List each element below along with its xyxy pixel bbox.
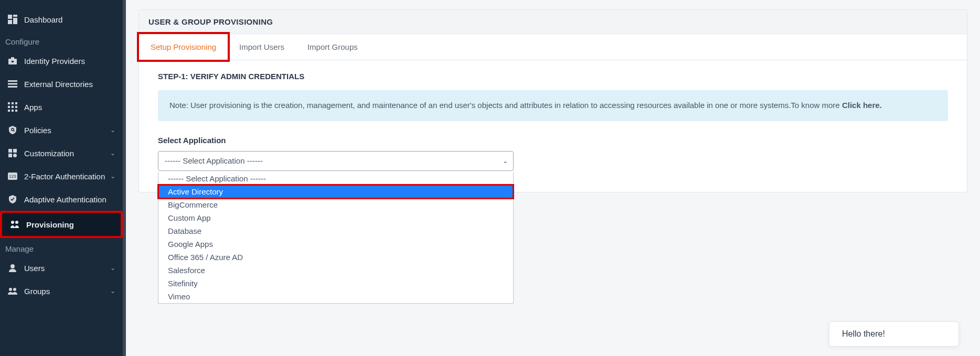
svg-rect-6 [12, 61, 14, 62]
option-custom-app[interactable]: Custom App [158, 211, 513, 224]
puzzle-icon [7, 148, 18, 158]
sidebar-section-configure: Configure [0, 31, 123, 49]
svg-rect-0 [8, 15, 12, 19]
sidebar-item-provisioning[interactable]: Provisioning [0, 211, 123, 238]
option-active-directory[interactable]: Active Directory [158, 185, 513, 198]
svg-rect-18 [15, 110, 17, 112]
info-link[interactable]: Click here. [842, 101, 882, 110]
svg-point-24 [13, 154, 17, 157]
sidebar-section-manage: Manage [0, 238, 123, 256]
sidebar-item-adaptive-auth[interactable]: Adaptive Authentication [0, 188, 123, 211]
svg-rect-7 [8, 80, 17, 82]
grid-icon [7, 102, 18, 112]
svg-rect-11 [12, 102, 14, 104]
svg-rect-17 [12, 110, 14, 112]
option-office365[interactable]: Office 365 / Azure AD [158, 251, 513, 264]
sidebar-label: Identity Providers [24, 57, 115, 66]
sidebar-label: Provisioning [26, 220, 113, 229]
sidebar-label: Customization [24, 149, 110, 158]
sidebar-label: 2-Factor Authentication [24, 172, 110, 181]
chevron-down-icon: ⌄ [110, 149, 115, 157]
sidebar-item-external-directories[interactable]: External Directories [0, 72, 123, 95]
sidebar-item-customization[interactable]: Customization ⌄ [0, 142, 123, 165]
svg-rect-14 [12, 106, 14, 108]
svg-text:123: 123 [9, 174, 16, 179]
tab-import-groups[interactable]: Import Groups [296, 34, 369, 60]
dashboard-icon [7, 14, 18, 25]
svg-rect-2 [13, 18, 17, 24]
tab-import-users[interactable]: Import Users [228, 34, 296, 60]
list-icon [7, 79, 18, 89]
tabs: Setup Provisioning Import Users Import G… [139, 34, 967, 60]
svg-point-27 [11, 221, 14, 224]
option-sitefinity[interactable]: Sitefinity [158, 277, 513, 290]
option-salesforce[interactable]: Salesforce [158, 264, 513, 277]
tab-setup-provisioning[interactable]: Setup Provisioning [139, 34, 228, 60]
sidebar-item-users[interactable]: Users ⌄ [0, 256, 123, 279]
svg-point-28 [15, 221, 18, 224]
svg-point-29 [10, 264, 15, 268]
option-bigcommerce[interactable]: BigCommerce [158, 198, 513, 211]
info-note-text: Note: User provisioning is the creation,… [169, 101, 842, 110]
numbers-icon: 123 [7, 171, 18, 181]
sidebar-item-groups[interactable]: Groups ⌄ [0, 279, 123, 303]
tab-content: STEP-1: VERIFY ADMIN CREDENTIALS Note: U… [139, 60, 967, 192]
select-application-wrap: ------ Select Application ------ ⌄ -----… [158, 151, 514, 171]
sidebar-label: Groups [24, 287, 110, 296]
sidebar-label: Policies [24, 126, 110, 135]
select-dropdown: ------ Select Application ------ Active … [158, 172, 514, 304]
option-placeholder[interactable]: ------ Select Application ------ [158, 172, 513, 185]
svg-rect-1 [13, 15, 17, 17]
svg-rect-10 [8, 102, 10, 104]
svg-rect-9 [8, 86, 17, 88]
sidebar-item-2fa[interactable]: 123 2-Factor Authentication ⌄ [0, 165, 123, 188]
svg-rect-21 [8, 149, 12, 153]
briefcase-icon [7, 56, 18, 66]
step-title: STEP-1: VERIFY ADMIN CREDENTIALS [158, 72, 948, 81]
main-content: USER & GROUP PROVISIONING Setup Provisio… [126, 0, 980, 356]
sidebar-item-apps[interactable]: Apps [0, 95, 123, 118]
chat-bubble[interactable]: Hello there! [829, 321, 959, 347]
option-vimeo[interactable]: Vimeo [158, 290, 513, 303]
svg-rect-13 [8, 106, 10, 108]
svg-rect-8 [8, 83, 17, 85]
option-google-apps[interactable]: Google Apps [158, 238, 513, 251]
field-label: Select Application [158, 136, 948, 145]
svg-rect-15 [15, 106, 17, 108]
svg-rect-3 [8, 20, 12, 24]
user-icon [7, 263, 18, 273]
chevron-down-icon: ⌄ [110, 172, 115, 180]
svg-rect-16 [8, 110, 10, 112]
sidebar-label-dashboard: Dashboard [24, 15, 115, 24]
svg-rect-12 [15, 102, 17, 104]
provisioning-panel: USER & GROUP PROVISIONING Setup Provisio… [139, 9, 967, 192]
option-database[interactable]: Database [158, 224, 513, 238]
sidebar-label: Adaptive Authentication [24, 195, 115, 204]
shield-check-icon [7, 194, 18, 204]
info-note: Note: User provisioning is the creation,… [158, 90, 948, 121]
sidebar: Dashboard Configure Identity Providers E… [0, 0, 126, 356]
panel-title: USER & GROUP PROVISIONING [139, 10, 967, 34]
users-sync-icon [9, 219, 20, 230]
svg-rect-22 [13, 149, 17, 153]
group-icon [7, 286, 18, 296]
select-display-text: ------ Select Application ------ [165, 156, 263, 165]
sidebar-item-identity-providers[interactable]: Identity Providers [0, 49, 123, 72]
sidebar-label: Users [24, 264, 110, 273]
svg-rect-5 [11, 57, 14, 59]
shield-search-icon [7, 125, 18, 135]
select-application[interactable]: ------ Select Application ------ ⌄ [158, 151, 514, 171]
select-application-field: Select Application ------ Select Applica… [158, 136, 948, 171]
svg-rect-23 [8, 154, 12, 157]
sidebar-item-policies[interactable]: Policies ⌄ [0, 118, 123, 142]
chevron-down-icon: ⌄ [110, 287, 115, 295]
chevron-down-icon: ⌄ [503, 157, 508, 165]
svg-point-30 [9, 288, 12, 291]
sidebar-label: Apps [24, 103, 115, 112]
chevron-down-icon: ⌄ [110, 264, 115, 272]
sidebar-item-dashboard[interactable]: Dashboard [0, 8, 123, 31]
chat-greeting: Hello there! [842, 329, 885, 338]
svg-point-31 [13, 288, 16, 291]
sidebar-label: External Directories [24, 80, 115, 89]
chevron-down-icon: ⌄ [110, 126, 115, 134]
